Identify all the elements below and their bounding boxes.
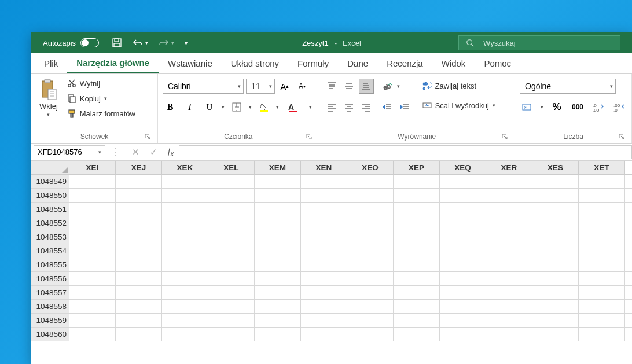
select-all-corner[interactable]	[31, 161, 69, 174]
cell[interactable]	[162, 230, 208, 244]
cell[interactable]	[394, 328, 440, 341]
cell[interactable]	[486, 244, 532, 258]
decrease-indent-button[interactable]	[380, 100, 395, 115]
cell[interactable]	[301, 272, 347, 285]
cell[interactable]	[440, 189, 486, 202]
cell[interactable]	[579, 286, 625, 299]
cell[interactable]	[440, 175, 486, 188]
cell[interactable]	[116, 216, 162, 230]
cell[interactable]	[579, 314, 625, 327]
cell[interactable]	[69, 272, 116, 285]
cell[interactable]	[579, 230, 625, 244]
cell[interactable]	[116, 272, 162, 285]
cell[interactable]	[69, 175, 116, 188]
cell[interactable]	[255, 258, 301, 271]
increase-indent-button[interactable]	[397, 100, 412, 115]
cell[interactable]	[579, 244, 625, 258]
cell[interactable]	[394, 258, 440, 271]
cell[interactable]	[486, 216, 532, 230]
cell[interactable]	[208, 272, 255, 285]
cell[interactable]	[162, 258, 208, 271]
orientation-button[interactable]: ab	[380, 79, 395, 94]
cell[interactable]	[579, 272, 625, 285]
cell[interactable]	[579, 216, 625, 230]
cell[interactable]	[208, 314, 255, 327]
cell[interactable]	[208, 175, 255, 188]
row-header[interactable]: 1048551	[31, 203, 69, 216]
tab-layout[interactable]: Układ strony	[222, 53, 288, 73]
align-middle-button[interactable]	[341, 79, 357, 94]
cell[interactable]	[162, 244, 208, 258]
cell[interactable]	[394, 175, 440, 188]
cell[interactable]	[255, 175, 301, 188]
cell[interactable]	[532, 314, 579, 327]
wrap-text-button[interactable]: abc Zawijaj tekst	[420, 79, 498, 93]
cell[interactable]	[579, 328, 625, 341]
cell[interactable]	[116, 314, 162, 327]
cell[interactable]	[486, 230, 532, 244]
cell[interactable]	[394, 286, 440, 299]
cell[interactable]	[347, 189, 394, 202]
cell[interactable]	[255, 230, 301, 244]
font-color-button[interactable]: A	[284, 100, 299, 115]
cell[interactable]	[486, 189, 532, 202]
cell[interactable]	[394, 189, 440, 202]
cell[interactable]	[116, 189, 162, 202]
cell[interactable]	[208, 258, 255, 271]
cell[interactable]	[116, 175, 162, 188]
cell[interactable]	[208, 216, 255, 230]
tab-view[interactable]: Widok	[432, 53, 475, 73]
number-format-combo[interactable]: Ogólne ▾	[520, 79, 616, 94]
cell[interactable]	[440, 286, 486, 299]
cell[interactable]	[208, 328, 255, 341]
name-box[interactable]: XFD1048576 ▾	[34, 145, 105, 159]
cell[interactable]	[116, 300, 162, 313]
cell[interactable]	[347, 286, 394, 299]
increase-decimal-button[interactable]: .0.00	[591, 100, 606, 115]
cell[interactable]	[532, 272, 579, 285]
cell[interactable]	[116, 286, 162, 299]
cell[interactable]	[347, 203, 394, 216]
cell[interactable]	[532, 175, 579, 188]
cell[interactable]	[255, 300, 301, 313]
cell[interactable]	[301, 203, 347, 216]
cell[interactable]	[69, 244, 116, 258]
cell[interactable]	[440, 244, 486, 258]
column-header[interactable]: XET	[579, 161, 625, 174]
qat-customize-icon[interactable]: ▾	[185, 40, 188, 46]
cell[interactable]	[162, 314, 208, 327]
cell[interactable]	[579, 300, 625, 313]
accounting-format-button[interactable]: $	[520, 100, 535, 115]
column-header[interactable]: XEN	[301, 161, 347, 174]
cell[interactable]	[69, 189, 116, 202]
chevron-down-icon[interactable]: ▾	[276, 104, 279, 110]
cell[interactable]	[394, 300, 440, 313]
comma-style-button[interactable]: 000	[570, 100, 585, 115]
fill-color-button[interactable]	[256, 100, 271, 115]
cell[interactable]	[301, 230, 347, 244]
italic-button[interactable]: I	[182, 100, 197, 115]
font-size-combo[interactable]: 11 ▾	[246, 79, 275, 94]
save-icon[interactable]	[112, 38, 122, 48]
row-header[interactable]: 1048560	[31, 328, 69, 341]
cell[interactable]	[208, 300, 255, 313]
toggle-switch[interactable]	[80, 38, 99, 47]
formula-input[interactable]	[179, 145, 632, 159]
search-box[interactable]	[458, 35, 620, 50]
cell[interactable]	[69, 328, 116, 341]
cell[interactable]	[347, 300, 394, 313]
cell[interactable]	[69, 258, 116, 271]
cut-button[interactable]: Wytnij	[65, 76, 138, 90]
cell[interactable]	[116, 328, 162, 341]
column-header[interactable]: XEK	[162, 161, 208, 174]
row-header[interactable]: 1048554	[31, 244, 69, 258]
cell[interactable]	[69, 314, 116, 327]
row-header[interactable]: 1048549	[31, 175, 69, 188]
cell[interactable]	[162, 216, 208, 230]
cell[interactable]	[347, 230, 394, 244]
cell[interactable]	[255, 189, 301, 202]
cell[interactable]	[532, 203, 579, 216]
align-bottom-button[interactable]	[359, 79, 374, 94]
row-header[interactable]: 1048556	[31, 272, 69, 285]
increase-font-button[interactable]: A▴	[277, 79, 292, 94]
